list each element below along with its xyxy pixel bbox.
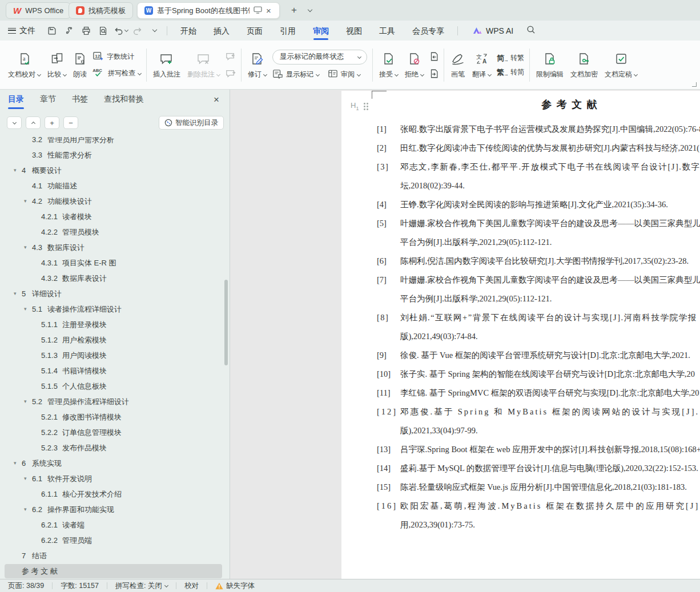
proofread-button[interactable]: 校对 — [184, 581, 199, 591]
save-button[interactable] — [45, 24, 59, 38]
track-changes-button[interactable]: 修订 — [244, 51, 270, 79]
toc-item[interactable]: 5.2.2订单信息管理模块 — [0, 425, 230, 440]
tab-find-replace[interactable]: 查找和替换 — [104, 94, 144, 109]
reject-revision-icon — [408, 51, 421, 67]
toc-item[interactable]: 5.1.3用户阅读模块 — [0, 348, 230, 363]
menu-view[interactable]: 视图 — [337, 21, 371, 41]
read-aloud-button[interactable]: 朗读 — [70, 51, 90, 79]
close-pane-icon[interactable]: × — [214, 94, 219, 106]
menu-review[interactable]: 审阅 — [304, 21, 337, 41]
close-icon[interactable]: × — [266, 6, 271, 15]
markup-state-select[interactable]: 显示标记的最终状态 — [272, 50, 367, 65]
toc-item[interactable]: ▾6系统实现 — [0, 456, 230, 471]
toc-item[interactable]: 6.2.1读者端 — [0, 517, 230, 533]
reference-number: [1] — [377, 120, 387, 139]
search-icon[interactable] — [526, 25, 536, 37]
toc-item[interactable]: 5.1.2用户检索模块 — [0, 332, 230, 348]
to-traditional-button[interactable]: 简→ 转繁 — [497, 53, 524, 63]
undo-button[interactable] — [113, 24, 128, 38]
expand-all-button[interactable] — [7, 116, 22, 129]
spell-check-button[interactable]: ABC 拼写检查 — [92, 67, 141, 79]
tab-wps-office[interactable]: W WPS Office — [6, 2, 71, 19]
smart-recognize-toc-button[interactable]: 智能识别目录 — [159, 116, 224, 130]
zoom-in-outline-button[interactable]: + — [45, 116, 59, 129]
toc-item[interactable]: 4.3.1项目实体 E-R 图 — [0, 255, 230, 271]
word-count-indicator[interactable]: 字数: 15157 — [61, 581, 99, 591]
toc-item[interactable]: ▾5详细设计 — [0, 286, 230, 301]
accept-button[interactable]: 接受 — [376, 51, 401, 79]
menu-insert[interactable]: 插入 — [205, 21, 238, 41]
sidebar-scrollbar[interactable] — [224, 280, 228, 365]
share-button[interactable] — [62, 24, 77, 38]
menu-tools[interactable]: 工具 — [371, 21, 404, 41]
tab-contents[interactable]: 目录 — [8, 94, 24, 109]
next-revision-icon[interactable] — [429, 68, 439, 79]
tab-list-chevron-icon[interactable] — [303, 3, 317, 17]
toc-item[interactable]: 5.1.5个人信息板块 — [0, 378, 230, 394]
tab-active-document[interactable]: W 基于Spring Boot的在线图书馆 × — [137, 2, 280, 19]
toc-item[interactable]: 4.1功能描述 — [0, 178, 230, 194]
ribbon-launcher-icon[interactable] — [692, 82, 697, 87]
toc-item[interactable]: 4.3.2数据库表设计 — [0, 271, 230, 286]
menu-home[interactable]: 开始 — [172, 21, 205, 41]
finalize-button[interactable]: 文档定稿 — [601, 51, 641, 79]
menu-membership[interactable]: 会员专享 — [404, 21, 453, 41]
toc-item[interactable]: 3.3性能需求分析 — [0, 147, 230, 163]
toc-item[interactable]: 4.2.1读者模块 — [0, 209, 230, 224]
undo-dropdown-icon[interactable] — [124, 28, 128, 32]
translate-button[interactable]: 文A 翻译 — [469, 51, 494, 79]
review-pane-button[interactable]: 审阅 — [328, 69, 360, 80]
word-count-button[interactable]: 12 字数统计 — [92, 51, 141, 63]
divider — [52, 582, 53, 589]
review-pane-icon — [328, 69, 338, 80]
print-button[interactable] — [79, 24, 94, 38]
screen-share-icon[interactable] — [254, 6, 262, 15]
toc-item[interactable]: 5.2.1修改图书详情模块 — [0, 409, 230, 425]
toc-item[interactable]: 4.2.2管理员模块 — [0, 224, 230, 240]
collapse-all-button[interactable] — [26, 116, 41, 129]
insert-comment-button[interactable]: 插入批注 — [150, 51, 184, 79]
toc-item[interactable]: ▾6.2操作界面和功能实现 — [0, 502, 230, 517]
restrict-edit-button[interactable]: 限制编辑 — [533, 51, 567, 79]
qat-customize-chevron-icon[interactable] — [147, 24, 162, 38]
toc-item[interactable]: ▾5.1读者操作流程详细设计 — [0, 301, 230, 317]
toc-item[interactable]: ▾6.1软件开发说明 — [0, 471, 230, 486]
missing-font-warning[interactable]: 缺失字体 — [215, 581, 255, 591]
toc-item[interactable]: ▾4.3数据库设计 — [0, 240, 230, 255]
pen-button[interactable]: 画笔 — [447, 51, 469, 79]
to-simplified-button[interactable]: 繁→ 转简 — [497, 67, 524, 77]
print-preview-button[interactable] — [96, 24, 111, 38]
new-tab-button[interactable]: + — [287, 3, 301, 17]
menu-page[interactable]: 页面 — [238, 21, 271, 41]
previous-revision-icon[interactable] — [429, 51, 439, 62]
toc-item[interactable]: 参 考 文 献 — [0, 563, 230, 579]
spellcheck-indicator[interactable]: 拼写检查: 关闭 — [115, 581, 168, 591]
heading-drag-handle[interactable]: H1 — [351, 101, 368, 111]
previous-comment-icon — [225, 51, 236, 62]
menu-items: 开始 插入 页面 引用 审阅 视图 工具 会员专享 — [172, 21, 453, 41]
show-markup-button[interactable]: 显示标记 — [272, 69, 319, 80]
toc-item[interactable]: 3.2管理员用户需求分析 — [0, 137, 230, 147]
zoom-out-outline-button[interactable]: − — [63, 116, 78, 129]
wps-ai-button[interactable]: WPS AI — [473, 26, 513, 35]
toc-item[interactable]: ▾4概要设计 — [0, 163, 230, 178]
tab-bookmarks[interactable]: 书签 — [72, 94, 88, 109]
toc-item[interactable]: 5.1.4书籍详情模块 — [0, 363, 230, 378]
document-page[interactable]: H1 参 考 文 献 [1]张昭.数字出版背景下电子书平台运营模式及发展趋势探究… — [341, 91, 700, 579]
tab-chapters[interactable]: 章节 — [40, 94, 56, 109]
toc-item[interactable]: ▾4.2功能模块设计 — [0, 194, 230, 209]
file-menu[interactable]: 文件 — [8, 26, 35, 36]
toc-item[interactable]: 5.1.1注册登录模块 — [0, 317, 230, 332]
tab-docer-templates[interactable]: 找稿壳模板 — [69, 2, 133, 19]
page-indicator[interactable]: 页面: 38/39 — [8, 581, 44, 591]
toc-item[interactable]: ▾5.2管理员操作流程详细设计 — [0, 394, 230, 409]
toc-item[interactable]: 5.2.3发布作品模块 — [0, 440, 230, 456]
compare-button[interactable]: 比较 — [44, 51, 70, 79]
toc-item[interactable]: 6.1.1核心开发技术介绍 — [0, 486, 230, 502]
menu-reference[interactable]: 引用 — [271, 21, 304, 41]
encrypt-button[interactable]: 文档加密 — [567, 51, 601, 79]
doc-proof-button[interactable]: a 文档校对 — [5, 51, 44, 79]
toc-item[interactable]: 7结语 — [0, 548, 230, 563]
toc-item[interactable]: 6.2.2管理员端 — [0, 533, 230, 548]
reject-button[interactable]: 拒绝 — [401, 51, 427, 79]
